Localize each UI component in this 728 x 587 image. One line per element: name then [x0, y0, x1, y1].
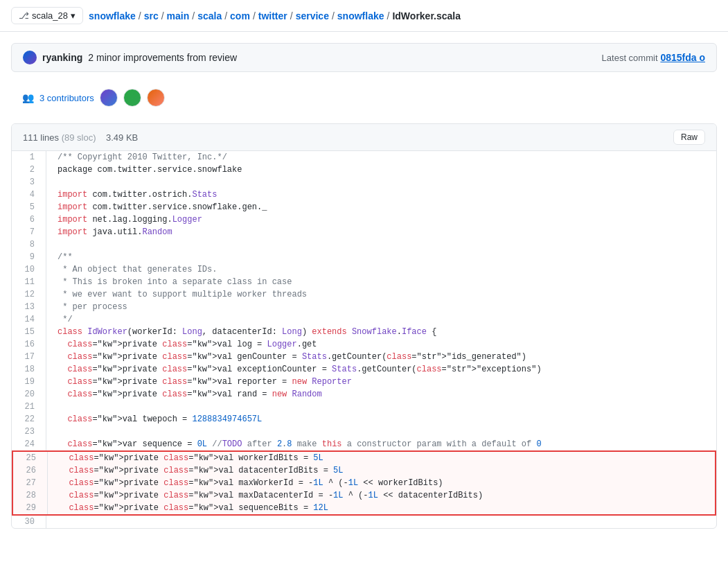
line-code: [46, 238, 716, 251]
line-number[interactable]: 3: [12, 176, 46, 189]
line-code: class="kw">private class="kw">val rand =…: [46, 388, 716, 401]
breadcrumb-twitter[interactable]: twitter: [258, 10, 287, 21]
contributor-avatar-3[interactable]: [147, 89, 165, 107]
line-number[interactable]: 23: [12, 426, 46, 438]
line-code: class="kw">private class="kw">val log = …: [46, 338, 716, 351]
line-code: * An object that generates IDs.: [46, 263, 716, 276]
table-row: 24 class="kw">var sequence = 0L //TODO a…: [12, 438, 716, 450]
line-number[interactable]: 1: [12, 151, 46, 164]
contributor-avatar-1[interactable]: [100, 89, 118, 107]
line-number[interactable]: 22: [12, 413, 46, 426]
code-view: 1/** Copyright 2010 Twitter, Inc.*/2pack…: [12, 151, 716, 528]
line-code: import com.twitter.service.snowflake.gen…: [46, 201, 716, 213]
contributor-avatar-2[interactable]: [123, 89, 141, 107]
table-row: 11 * This is broken into a separate clas…: [12, 276, 716, 288]
line-number[interactable]: 7: [12, 226, 46, 238]
file-container: 111 lines (89 sloc) 3.49 KB Raw 1/** Cop…: [11, 123, 717, 529]
line-code: import net.lag.logging.Logger: [46, 213, 716, 226]
line-number[interactable]: 25: [13, 452, 48, 464]
table-row: 21: [12, 401, 716, 413]
line-number[interactable]: 15: [12, 326, 46, 338]
breadcrumb-main[interactable]: main: [167, 10, 190, 21]
line-code: class="kw">private class="kw">val maxDat…: [48, 489, 715, 502]
table-row: 15class IdWorker(workerId: Long, datacen…: [12, 326, 716, 338]
line-number[interactable]: 8: [12, 238, 46, 251]
commit-author[interactable]: ryanking: [42, 52, 82, 63]
line-count: 111 lines: [23, 132, 59, 143]
table-row: 25 class="kw">private class="kw">val wor…: [12, 450, 716, 464]
breadcrumb-src[interactable]: src: [144, 10, 159, 21]
table-row: 3: [12, 176, 716, 189]
contributors-bar: 👥 3 contributors: [11, 83, 717, 112]
line-number[interactable]: 21: [12, 401, 46, 413]
line-number[interactable]: 20: [12, 388, 46, 401]
file-size: 3.49 KB: [106, 132, 138, 143]
table-row: 4import com.twitter.ostrich.Stats: [12, 189, 716, 201]
line-number[interactable]: 26: [13, 464, 48, 477]
breadcrumb-com[interactable]: com: [230, 10, 250, 21]
line-code: * This is broken into a separate class i…: [46, 276, 716, 288]
line-code: class="kw">val twepoch = 1288834974657L: [46, 413, 716, 426]
line-number[interactable]: 14: [12, 313, 46, 326]
commit-hash[interactable]: 0815fda o: [660, 52, 705, 63]
line-code: class="kw">private class="kw">val genCou…: [46, 351, 716, 363]
line-code: [46, 426, 716, 438]
line-number[interactable]: 28: [13, 489, 48, 502]
raw-button[interactable]: Raw: [673, 130, 705, 145]
line-number[interactable]: 24: [12, 438, 46, 450]
breadcrumb: snowflake / src / main / scala / com / t…: [89, 10, 461, 21]
table-row: 29 class="kw">private class="kw">val seq…: [12, 502, 716, 516]
contributors-link[interactable]: 3 contributors: [39, 93, 94, 103]
line-code: */: [46, 313, 716, 326]
table-row: 20 class="kw">private class="kw">val ran…: [12, 388, 716, 401]
line-number[interactable]: 11: [12, 276, 46, 288]
line-number[interactable]: 5: [12, 201, 46, 213]
breadcrumb-root[interactable]: snowflake: [89, 10, 136, 21]
line-number[interactable]: 4: [12, 189, 46, 201]
line-number[interactable]: 16: [12, 338, 46, 351]
line-number[interactable]: 9: [12, 251, 46, 263]
table-row: 5import com.twitter.service.snowflake.ge…: [12, 201, 716, 213]
line-code: * we ever want to support multiple worke…: [46, 288, 716, 301]
table-row: 17 class="kw">private class="kw">val gen…: [12, 351, 716, 363]
table-row: 12 * we ever want to support multiple wo…: [12, 288, 716, 301]
line-code: class="kw">private class="kw">val maxWor…: [48, 477, 715, 489]
line-number[interactable]: 13: [12, 301, 46, 313]
file-header: 111 lines (89 sloc) 3.49 KB Raw: [12, 124, 716, 151]
table-row: 10 * An object that generates IDs.: [12, 263, 716, 276]
avatar: [23, 51, 37, 64]
file-meta: 111 lines (89 sloc) 3.49 KB: [23, 132, 138, 143]
line-number[interactable]: 12: [12, 288, 46, 301]
table-row: 18 class="kw">private class="kw">val exc…: [12, 363, 716, 376]
line-code: class="kw">private class="kw">val sequen…: [48, 502, 715, 514]
breadcrumb-scala[interactable]: scala: [197, 10, 222, 21]
breadcrumb-service[interactable]: service: [296, 10, 329, 21]
line-code: class="kw">private class="kw">val except…: [46, 363, 716, 376]
line-code: class="kw">private class="kw">val report…: [46, 376, 716, 388]
table-row: 8: [12, 238, 716, 251]
line-code: /**: [46, 251, 716, 263]
line-number[interactable]: 27: [13, 477, 48, 489]
line-number[interactable]: 18: [12, 363, 46, 376]
line-number[interactable]: 29: [13, 502, 48, 514]
line-number[interactable]: 6: [12, 213, 46, 226]
line-number[interactable]: 30: [12, 516, 46, 528]
line-number[interactable]: 19: [12, 376, 46, 388]
line-code: [46, 401, 716, 413]
line-number[interactable]: 10: [12, 263, 46, 276]
branch-selector[interactable]: ⎇ scala_28 ▾: [11, 7, 83, 24]
sloc-count: (89 sloc): [62, 132, 96, 143]
breadcrumb-snowflake2[interactable]: snowflake: [337, 10, 384, 21]
line-number[interactable]: 2: [12, 164, 46, 176]
line-code: class="kw">var sequence = 0L //TODO afte…: [46, 438, 716, 450]
line-code: import java.util.Random: [46, 226, 716, 238]
table-row: 1/** Copyright 2010 Twitter, Inc.*/: [12, 151, 716, 164]
table-row: 27 class="kw">private class="kw">val max…: [12, 477, 716, 489]
table-row: 6import net.lag.logging.Logger: [12, 213, 716, 226]
commit-bar: ryanking 2 minor improvements from revie…: [11, 43, 717, 72]
line-code: package com.twitter.service.snowflake: [46, 164, 716, 176]
line-number[interactable]: 17: [12, 351, 46, 363]
line-code: class IdWorker(workerId: Long, datacente…: [46, 326, 716, 338]
breadcrumb-bar: ⎇ scala_28 ▾ snowflake / src / main / sc…: [0, 0, 728, 32]
commit-info: ryanking 2 minor improvements from revie…: [23, 51, 237, 64]
